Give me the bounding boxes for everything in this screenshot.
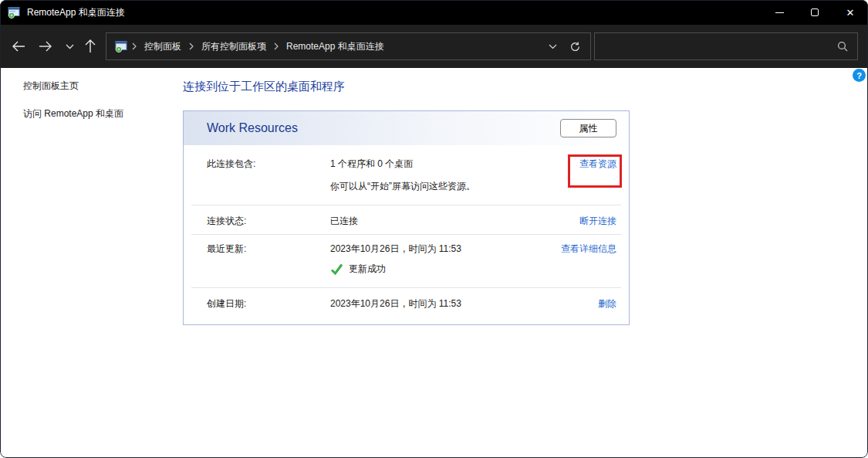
- maximize-icon: [811, 8, 819, 16]
- creation-date-value: 2023年10月26日，时间为 11:53: [330, 297, 589, 310]
- breadcrumb-control-panel[interactable]: 控制面板: [141, 40, 184, 53]
- address-dropdown-button[interactable]: [549, 44, 557, 49]
- sidebar-item-access-remoteapp[interactable]: 访问 RemoteApp 和桌面: [23, 107, 123, 120]
- refresh-button[interactable]: [569, 41, 581, 53]
- minimize-button[interactable]: [762, 0, 797, 25]
- navigation-bar: 控制面板 所有控制面板项 RemoteApp 和桌面连接: [0, 25, 868, 68]
- row-label: 此连接包含:: [207, 158, 330, 171]
- properties-button[interactable]: 属性: [560, 119, 616, 137]
- row-last-update: 最近更新: 2023年10月26日，时间为 11:53 更新成功 查看详细信息: [184, 235, 629, 287]
- app-window: RemoteApp 和桌面连接 ✕: [0, 0, 868, 458]
- forward-button[interactable]: [35, 36, 56, 57]
- view-resources-link[interactable]: 查看资源: [579, 158, 616, 171]
- close-button[interactable]: ✕: [833, 0, 868, 25]
- resources-count: 1 个程序和 0 个桌面: [330, 158, 570, 171]
- search-icon: [837, 41, 848, 52]
- delete-link[interactable]: 删除: [598, 297, 616, 310]
- panel-header: Work Resources 属性: [184, 111, 629, 145]
- breadcrumb-all-items[interactable]: 所有控制面板项: [198, 40, 269, 53]
- help-icon: ?: [856, 71, 862, 80]
- update-date: 2023年10月26日，时间为 11:53: [330, 243, 552, 256]
- page-title: 连接到位于工作区的桌面和程序: [183, 80, 345, 94]
- content-area: ? 控制面板主页 访问 RemoteApp 和桌面 连接到位于工作区的桌面和程序…: [0, 68, 868, 458]
- minimize-icon: [775, 12, 784, 13]
- connection-name: Work Resources: [207, 121, 298, 135]
- close-icon: ✕: [846, 7, 855, 19]
- up-icon: [85, 39, 96, 53]
- breadcrumb-chevron-icon[interactable]: [269, 42, 283, 50]
- search-input[interactable]: [595, 33, 837, 59]
- sidebar-item-control-panel-home[interactable]: 控制面板主页: [23, 80, 79, 93]
- update-status: 更新成功: [330, 263, 552, 276]
- resources-note: 你可以从“开始”屏幕访问这些资源。: [330, 180, 570, 193]
- row-label: 最近更新:: [207, 243, 330, 256]
- address-bar[interactable]: 控制面板 所有控制面板项 RemoteApp 和桌面连接: [106, 32, 591, 60]
- row-connection-contains: 此连接包含: 1 个程序和 0 个桌面 你可以从“开始”屏幕访问这些资源。 查看…: [184, 145, 629, 205]
- chevron-down-icon: [549, 44, 557, 49]
- row-label: 创建日期:: [207, 297, 330, 310]
- up-button[interactable]: [79, 36, 101, 57]
- connection-panel: Work Resources 属性 此连接包含: 1 个程序和 0 个桌面 你可…: [183, 110, 630, 325]
- help-button[interactable]: ?: [853, 69, 866, 82]
- disconnect-link[interactable]: 断开连接: [579, 215, 616, 228]
- row-connection-status: 连接状态: 已连接 断开连接: [184, 205, 629, 234]
- window-title: RemoteApp 和桌面连接: [27, 6, 125, 19]
- breadcrumb-chevron-icon[interactable]: [184, 42, 198, 50]
- row-label: 连接状态:: [207, 215, 330, 228]
- back-button[interactable]: [8, 36, 29, 57]
- view-details-link[interactable]: 查看详细信息: [561, 243, 616, 256]
- breadcrumb-chevron-icon[interactable]: [127, 42, 141, 50]
- window-controls: ✕: [762, 0, 868, 25]
- address-location-icon: [115, 40, 127, 53]
- search-box: [594, 32, 858, 60]
- check-icon: [330, 263, 343, 276]
- breadcrumb-remoteapp[interactable]: RemoteApp 和桌面连接: [283, 40, 387, 53]
- back-icon: [12, 41, 25, 52]
- connection-status-value: 已连接: [330, 215, 570, 228]
- title-bar: RemoteApp 和桌面连接 ✕: [0, 0, 868, 25]
- forward-icon: [39, 41, 52, 52]
- maximize-button[interactable]: [797, 0, 833, 25]
- row-creation-date: 创建日期: 2023年10月26日，时间为 11:53 删除: [184, 288, 629, 324]
- recent-pages-button[interactable]: [59, 36, 80, 57]
- chevron-down-icon: [66, 44, 74, 49]
- update-status-text: 更新成功: [349, 263, 386, 276]
- refresh-icon: [569, 41, 581, 53]
- remoteapp-icon: [8, 6, 20, 19]
- row-value: 1 个程序和 0 个桌面 你可以从“开始”屏幕访问这些资源。: [330, 158, 570, 193]
- row-value: 2023年10月26日，时间为 11:53 更新成功: [330, 243, 552, 276]
